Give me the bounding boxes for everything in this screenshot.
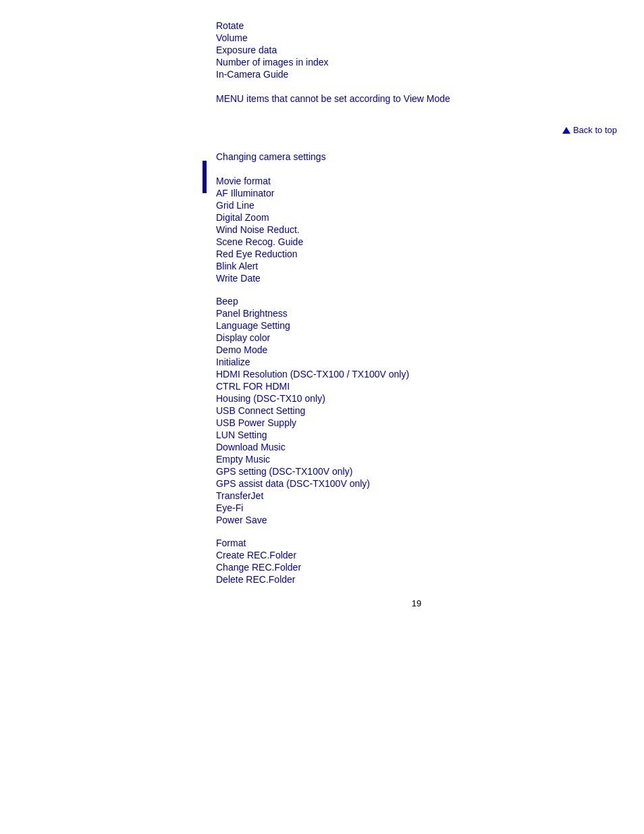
settings-group-1: Movie format AF Illuminator Grid Line Di…	[216, 176, 617, 284]
link-change-rec-folder[interactable]: Change REC.Folder	[216, 562, 617, 573]
changing-settings-section: Changing camera settings	[216, 151, 617, 162]
link-gps-setting[interactable]: GPS setting (DSC-TX100V only)	[216, 466, 617, 477]
page-number: 19	[216, 598, 617, 608]
link-gps-assist[interactable]: GPS assist data (DSC-TX100V only)	[216, 478, 617, 489]
link-eye-fi[interactable]: Eye-Fi	[216, 502, 617, 513]
link-menu-note[interactable]: MENU items that cannot be set according …	[216, 93, 617, 104]
link-demo-mode[interactable]: Demo Mode	[216, 344, 617, 355]
link-write-date[interactable]: Write Date	[216, 273, 617, 284]
link-transferjet[interactable]: TransferJet	[216, 490, 617, 501]
settings-group-2: Beep Panel Brightness Language Setting D…	[216, 296, 617, 525]
link-in-camera-guide[interactable]: In-Camera Guide	[216, 69, 617, 80]
link-usb-connect[interactable]: USB Connect Setting	[216, 405, 617, 416]
link-beep[interactable]: Beep	[216, 296, 617, 307]
settings-group-3: Format Create REC.Folder Change REC.Fold…	[216, 538, 617, 585]
link-empty-music[interactable]: Empty Music	[216, 454, 617, 465]
link-blink-alert[interactable]: Blink Alert	[216, 261, 617, 271]
link-changing-settings[interactable]: Changing camera settings	[216, 151, 617, 162]
back-to-top-icon	[562, 127, 570, 134]
link-rotate[interactable]: Rotate	[216, 20, 617, 31]
link-number-of-images[interactable]: Number of images in index	[216, 57, 617, 68]
link-format[interactable]: Format	[216, 538, 617, 548]
link-housing[interactable]: Housing (DSC-TX10 only)	[216, 393, 617, 404]
link-download-music[interactable]: Download Music	[216, 442, 617, 452]
link-power-save[interactable]: Power Save	[216, 515, 617, 525]
vertical-bar-icon	[203, 161, 207, 193]
link-af-illuminator[interactable]: AF Illuminator	[216, 188, 617, 199]
back-to-top-label: Back to top	[573, 125, 617, 135]
link-movie-format[interactable]: Movie format	[216, 176, 617, 186]
link-delete-rec-folder[interactable]: Delete REC.Folder	[216, 574, 617, 585]
menu-note-section: MENU items that cannot be set according …	[216, 93, 617, 104]
link-exposure-data[interactable]: Exposure data	[216, 45, 617, 55]
top-links-section: Rotate Volume Exposure data Number of im…	[216, 20, 617, 80]
link-volume[interactable]: Volume	[216, 32, 617, 43]
link-hdmi-resolution[interactable]: HDMI Resolution (DSC-TX100 / TX100V only…	[216, 369, 617, 380]
link-usb-power[interactable]: USB Power Supply	[216, 417, 617, 428]
link-ctrl-hdmi[interactable]: CTRL FOR HDMI	[216, 381, 617, 392]
link-digital-zoom[interactable]: Digital Zoom	[216, 212, 617, 223]
link-display-color[interactable]: Display color	[216, 332, 617, 343]
link-scene-recog[interactable]: Scene Recog. Guide	[216, 236, 617, 247]
link-red-eye[interactable]: Red Eye Reduction	[216, 249, 617, 259]
link-initialize[interactable]: Initialize	[216, 357, 617, 367]
back-to-top-link[interactable]: Back to top	[562, 125, 617, 135]
link-create-rec-folder[interactable]: Create REC.Folder	[216, 550, 617, 561]
link-panel-brightness[interactable]: Panel Brightness	[216, 308, 617, 319]
link-grid-line[interactable]: Grid Line	[216, 200, 617, 211]
link-lun-setting[interactable]: LUN Setting	[216, 429, 617, 440]
link-language-setting[interactable]: Language Setting	[216, 320, 617, 331]
link-wind-noise[interactable]: Wind Noise Reduct.	[216, 224, 617, 235]
